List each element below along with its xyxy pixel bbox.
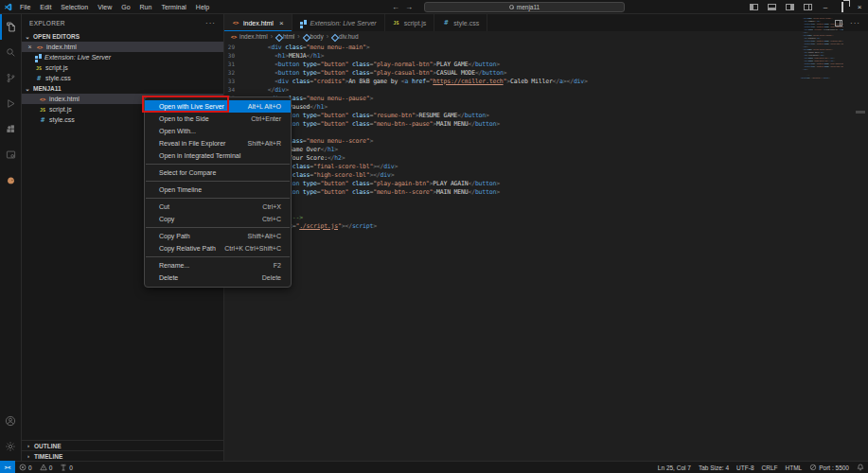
errors-count[interactable]: 0 [15,462,36,473]
close-icon[interactable]: × [27,44,33,50]
live-server-port[interactable]: Port : 5500 [806,464,853,471]
code-line[interactable]: 47 </div> [224,196,868,204]
cursor-position[interactable]: Ln 25, Col 7 [654,464,695,471]
menu-item-open-in-integrated-terminal[interactable]: Open in Integrated Terminal [145,149,291,162]
menu-item-open-with-[interactable]: Open With... [145,125,291,137]
activity-source-control-icon[interactable] [0,65,21,91]
code-line[interactable]: 42 <h2>Your Score:</h2> [224,153,868,162]
tab-index-html[interactable]: <>index.html× [224,14,292,31]
minimize-button[interactable]: – [817,0,834,14]
eol[interactable]: CRLF [758,464,782,471]
menubar-item-help[interactable]: Help [191,0,214,14]
code-line[interactable]: 30 <h1>MENJA</h1> [224,51,868,60]
menu-item-open-timeline[interactable]: Open Timeline [145,184,291,196]
scrollbar-thumb[interactable] [856,111,865,114]
menu-item-reveal-in-file-explorer[interactable]: Reveal in File ExplorerShift+Alt+R [145,137,291,149]
status-label: CRLF [762,464,778,471]
menu-item-copy-relative-path[interactable]: Copy Relative PathCtrl+K Ctrl+Shift+C [145,242,291,254]
ports-count[interactable]: 0 [56,462,77,473]
code-line[interactable]: 40 <div class="menu menu--score"> [224,136,868,145]
split-editor-icon[interactable] [835,20,842,26]
file-row-style-css[interactable]: #style.css [22,73,223,83]
toggle-panel-icon[interactable] [768,4,776,10]
menubar-item-go[interactable]: Go [116,0,134,14]
activity-custom-extension-icon[interactable] [0,167,21,193]
menu-item-cut[interactable]: CutCtrl+X [145,201,291,213]
explorer-actions-icon[interactable]: ··· [205,19,216,27]
menu-item-copy-path[interactable]: Copy PathShift+Alt+C [145,230,291,242]
code-line[interactable]: 29 <div class="menu menu--main"> [224,43,868,51]
menu-item-copy[interactable]: CopyCtrl+C [145,213,291,225]
menu-item-delete[interactable]: DeleteDelete [145,272,291,284]
tab-extension-live-server[interactable]: Extension: Live Server [292,14,385,31]
notifications[interactable] [853,464,868,471]
code-editor[interactable]: 29 <div class="menu menu--main">30 <h1>M… [224,42,868,461]
breadcrumb-item-html[interactable]: html [275,33,294,40]
code-line[interactable]: 38 <button type="button" class="menu-btn… [224,119,868,128]
language-mode[interactable]: HTML [781,464,806,471]
code-line[interactable]: 37 <button type="button" class="resume-b… [224,111,868,119]
code-line[interactable]: 44 <div class="high-score-lbl"></div> [224,170,868,179]
menu-item-open-to-the-side[interactable]: Open to the SideCtrl+Enter [145,113,291,125]
open-editors-header[interactable]: ⌄ OPEN EDITORS [22,31,223,42]
code-line[interactable]: 48 [224,204,868,213]
breadcrumb-item-index-html[interactable]: <>index.html [230,33,268,40]
toggle-sidebar-icon[interactable] [750,4,758,10]
activity-run-debug-icon[interactable] [0,91,21,116]
code-line[interactable]: 35 <div class="menu menu--pause"> [224,94,868,102]
remote-indicator[interactable]: >< [0,461,15,473]
file-row-extension-live-server[interactable]: Extension: Live Server [22,52,223,62]
tab-style-css[interactable]: #style.css [434,14,487,31]
code-line[interactable]: 49 --> [224,213,868,221]
editor-more-actions-icon[interactable]: ··· [850,19,860,27]
restore-button[interactable] [834,0,851,14]
menubar-item-terminal[interactable]: Terminal [156,0,190,14]
activity-account-icon[interactable] [0,408,21,433]
code-line[interactable]: 31 <button type="button" class="play-nor… [224,60,868,68]
nav-back-icon[interactable]: ← [392,3,399,11]
command-center-search[interactable]: menja11 [424,2,625,12]
section-outline[interactable]: ›OUTLINE [22,440,223,450]
code-line[interactable]: 39 </div> [224,128,868,136]
tab-size[interactable]: Tab Size: 4 [695,464,733,471]
chevron-right-icon: › [26,453,31,459]
breadcrumb-item-div-hud[interactable]: div.hud [331,33,358,40]
folder-header[interactable]: ⌄ MENJA11 [22,83,223,94]
code-line[interactable]: 32 <button type="button" class="play-cas… [224,68,868,77]
activity-settings-gear-icon[interactable] [0,433,21,459]
section-timeline[interactable]: ›TIMELINE [22,450,223,461]
status-label: Port : 5500 [819,464,849,471]
menubar-item-selection[interactable]: Selection [56,0,93,14]
menubar-item-file[interactable]: File [15,0,35,14]
code-line[interactable]: 33 <div class="credits">An 8kB game by <… [224,77,868,85]
tab-script-js[interactable]: JSscript.js [385,14,435,31]
nav-forward-icon[interactable]: → [405,3,413,11]
breadcrumb-label: div.hud [339,33,358,40]
activity-explorer-icon[interactable] [0,14,21,40]
close-button[interactable]: × [851,0,868,14]
menu-item-open-with-live-server[interactable]: Open with Live ServerAlt+L Alt+O [145,100,291,113]
toggle-secondary-sidebar-icon[interactable] [786,4,794,10]
warnings-count[interactable]: 0 [36,462,57,473]
code-line[interactable]: 45 <button type="button" class="play-aga… [224,179,868,187]
code-line[interactable]: 50 <script src="./script.js"></script> [224,221,868,230]
code-line[interactable]: 36 <h1>Paused</h1> [224,102,868,111]
customize-layout-icon[interactable] [804,4,812,10]
activity-extensions-icon[interactable] [0,116,21,142]
activity-search-icon[interactable] [0,40,21,65]
activity-live-preview-icon[interactable] [0,142,21,167]
file-row-index-html[interactable]: ×<>index.html [22,42,223,52]
close-icon[interactable]: × [279,19,284,27]
code-line[interactable]: 34 </div> [224,85,868,94]
menu-item-rename-[interactable]: Rename...F2 [145,259,291,272]
code-line[interactable]: 43 <div class="final-score-lbl"></div> [224,162,868,170]
code-line[interactable]: 41 <h1>Game Over</h1> [224,145,868,153]
encoding[interactable]: UTF-8 [733,464,757,471]
menu-item-select-for-compare[interactable]: Select for Compare [145,166,291,179]
menubar-item-view[interactable]: View [93,0,116,14]
menubar-item-run[interactable]: Run [135,0,157,14]
menubar-item-edit[interactable]: Edit [35,0,56,14]
file-row-script-js[interactable]: JSscript.js [22,62,223,73]
breadcrumb-item-body[interactable]: body [303,33,324,40]
code-line[interactable]: 46 <button type="button" class="menu-btn… [224,187,868,196]
